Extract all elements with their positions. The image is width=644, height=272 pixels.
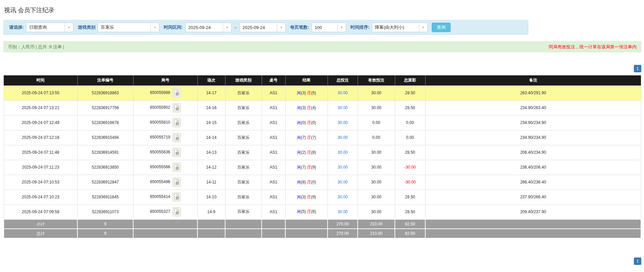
result-cell: 闲(7) 庄(9) (285, 160, 328, 175)
column-header: 总派彩 (395, 75, 425, 85)
pagination-page-1[interactable]: 1 (634, 65, 641, 72)
round-cell: 650055566 (133, 160, 197, 175)
valid-bet-cell: 0.00 (358, 115, 395, 130)
session-cell: 14-16 (197, 100, 225, 115)
session-cell: 14-12 (197, 160, 225, 175)
subtotal-count: 9 (77, 219, 133, 229)
summary-bar: 币别：人民币 | 总共 :9 注单 | 同局有效投注，统一计算在该局第一张注单内 (3, 41, 641, 52)
game-type-select[interactable]: 百家乐 ▾ (98, 23, 159, 32)
player-result: 闲 (297, 120, 301, 125)
date-from-select[interactable]: 2025-09-24 ▾ (185, 23, 232, 32)
query-type-label: 请选择: (9, 24, 24, 30)
video-replay-icon[interactable] (172, 118, 181, 127)
column-header: 场次 (197, 75, 225, 85)
total-bet-link[interactable]: 30.00 (337, 195, 348, 199)
chevron-down-icon[interactable]: ▾ (150, 23, 159, 32)
total-count: 9 (77, 229, 133, 238)
date-to-select[interactable]: 2025-09-24 ▾ (239, 23, 286, 32)
video-replay-icon[interactable] (172, 207, 181, 217)
table-number-cell: AS1 (262, 130, 285, 145)
query-type-value: 日期查询 (26, 23, 65, 32)
payout-cell: 0.00 (395, 115, 425, 130)
session-cell: 14-10 (197, 190, 225, 204)
player-result: 闲 (297, 195, 301, 199)
banker-result: 庄 (307, 91, 311, 95)
table-number-cell: AS1 (262, 145, 285, 160)
session-cell: 14-17 (197, 85, 225, 100)
total-payout: 82.50 (395, 229, 425, 238)
valid-bet-cell: 30.00 (358, 145, 395, 160)
column-header: 时间 (4, 75, 77, 85)
chevron-down-icon[interactable]: ▾ (277, 23, 285, 32)
video-replay-icon[interactable] (172, 103, 181, 113)
result-cell: 闲(0) 庄(0) (285, 115, 328, 130)
chevron-down-icon[interactable]: ▾ (337, 23, 346, 32)
bet-id-cell: 522836911845 (77, 190, 133, 204)
total-bet-link[interactable]: 30.00 (337, 150, 348, 155)
result-cell: 闲(3) 庄(5) (285, 85, 328, 100)
player-result: 闲 (297, 180, 301, 184)
total-bet-link[interactable]: 30.00 (337, 180, 348, 184)
search-button[interactable]: 查询 (432, 23, 451, 32)
session-cell: 14-14 (197, 130, 225, 145)
video-replay-icon[interactable] (172, 163, 181, 172)
page: 视讯 会员下注纪录 请选择: 日期查询 ▾ 游戏类别 百家乐 ▾ 时间区间: 2… (0, 6, 644, 265)
column-header: 局号 (133, 75, 197, 85)
total-bet-link[interactable]: 30.00 (337, 209, 348, 214)
player-result: 闲 (297, 135, 301, 140)
video-replay-icon[interactable] (172, 88, 181, 98)
result-cell: 闲(2) 庄(8) (285, 145, 328, 160)
session-cell: 14-15 (197, 115, 225, 130)
sort-order-select[interactable]: 降冪(由大到小) ▾ (372, 23, 428, 32)
round-number: 650055327 (150, 209, 170, 214)
total-bet-link[interactable]: 30.00 (337, 120, 348, 125)
table-row: 2025-09-24 07:12:49 522836916678 6500558… (4, 115, 641, 130)
remark-cell: 236.40/206.40 (425, 160, 641, 175)
chevron-down-icon[interactable]: ▾ (65, 23, 73, 32)
pagination-page-1[interactable]: 1 (634, 257, 641, 265)
game-type-cell: 百家乐 (225, 130, 262, 145)
banker-result: 庄 (307, 150, 311, 155)
payout-cell: 0.00 (395, 130, 425, 145)
total-bet-link[interactable]: 30.00 (337, 91, 348, 95)
chevron-down-icon[interactable]: ▾ (223, 23, 231, 32)
time-cell: 2025-09-24 07:13:21 (4, 100, 77, 115)
table-number-cell: AS1 (262, 115, 285, 130)
bet-id-cell: 522836918863 (77, 85, 133, 100)
notice-text: 同局有效投注，统一计算在该局第一张注单内 (549, 44, 637, 50)
round-number: 650055566 (150, 165, 170, 169)
banker-result: 庄 (307, 180, 311, 184)
payout-cell: 28.50 (395, 204, 425, 219)
payout-cell: -30.00 (395, 160, 425, 175)
remark-cell: 263.40/291.90 (425, 85, 641, 100)
player-result: 闲 (297, 209, 301, 214)
total-bet-link[interactable]: 30.00 (337, 105, 348, 110)
valid-bet-cell: 0.00 (358, 130, 395, 145)
video-replay-icon[interactable] (172, 133, 181, 142)
video-replay-icon[interactable] (172, 148, 181, 157)
payout-cell: 28.50 (395, 100, 425, 115)
total-bet-link[interactable]: 30.00 (337, 165, 348, 170)
remark-cell: 234.90/234.90 (425, 115, 641, 130)
round-number: 650055988 (150, 90, 170, 95)
payout-cell: 28.50 (395, 190, 425, 204)
time-range-label: 时间区间: (164, 24, 183, 30)
remark-cell: 266.40/236.40 (425, 175, 641, 190)
time-cell: 2025-09-24 07:12:16 (4, 130, 77, 145)
table-number-cell: AS1 (262, 160, 285, 175)
bet-id-cell: 522836912847 (77, 175, 133, 190)
valid-bet-cell: 30.00 (358, 190, 395, 204)
chevron-down-icon[interactable]: ▾ (419, 23, 427, 32)
video-replay-icon[interactable] (172, 192, 181, 202)
subtotal-total-bet: 270.00 (328, 219, 358, 229)
query-type-select[interactable]: 日期查询 ▾ (26, 23, 73, 32)
date-to-value: 2025-09-24 (240, 23, 277, 32)
remark-cell: 234.90/234.90 (425, 130, 641, 145)
time-cell: 2025-09-24 07:13:55 (4, 85, 77, 100)
total-bet-link[interactable]: 30.00 (337, 135, 348, 140)
column-header: 总投注 (328, 75, 358, 85)
player-result: 闲 (297, 91, 301, 95)
table-row: 2025-09-24 07:11:48 522836914591 6500556… (4, 145, 641, 160)
page-size-select[interactable]: 100 ▾ (312, 23, 346, 32)
video-replay-icon[interactable] (172, 177, 181, 187)
